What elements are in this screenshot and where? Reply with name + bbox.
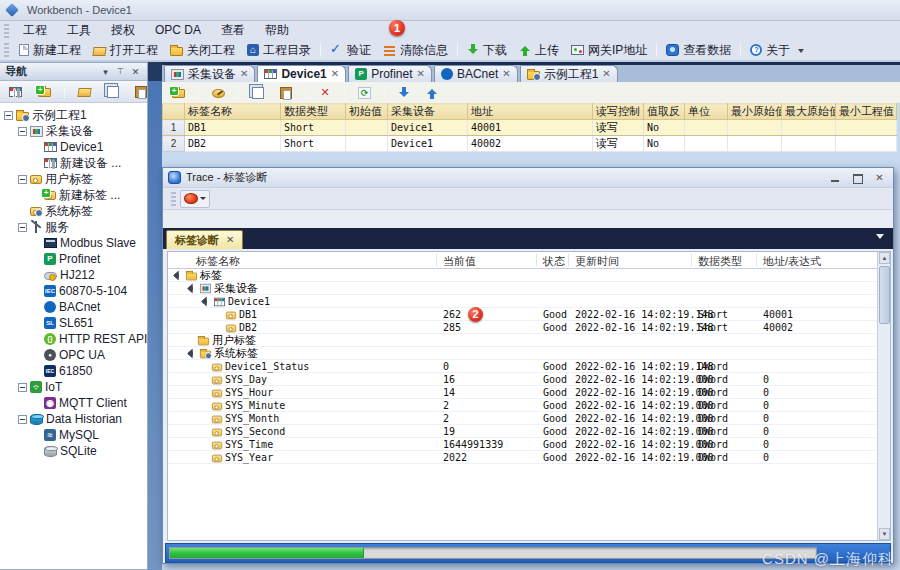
nav-item-device-group[interactable]: 采集设备	[0, 123, 147, 139]
column-header-col[interactable]: 标签名称	[185, 104, 281, 120]
nav-item-mqtt-client[interactable]: ◉MQTT Client	[0, 395, 147, 411]
nav-item-61850[interactable]: IEC61850	[0, 363, 147, 379]
trace-row-sys-hour[interactable]: SYS_Hour14Good2022-02-16 14:02:19.000DWo…	[168, 386, 890, 399]
new-device-button[interactable]	[3, 86, 28, 98]
add-tag-button[interactable]	[166, 86, 191, 99]
menu-item-opc-da[interactable]: OPC DA	[145, 21, 211, 39]
open-project-button[interactable]	[72, 85, 97, 98]
tree-expander[interactable]	[187, 348, 197, 358]
delete-button[interactable]: ✕	[313, 86, 337, 100]
view-data-button[interactable]: 查看数据	[660, 41, 737, 60]
tab-device1[interactable]: Device1✕	[257, 65, 346, 82]
panel-splitter[interactable]	[148, 62, 162, 570]
open-project-button[interactable]: 打开工程	[87, 41, 164, 60]
tab-close-icon[interactable]: ✕	[240, 69, 248, 79]
vertical-scrollbar[interactable]: ▲ ▼	[877, 252, 890, 540]
nav-item-services[interactable]: 服务	[0, 219, 147, 235]
close-project-button[interactable]: 关闭工程	[164, 41, 241, 60]
menu-item-m[interactable]: 工具	[57, 21, 101, 39]
diagnosis-column-header-col[interactable]: 标签名称	[196, 254, 240, 269]
nav-item-1[interactable]: 示例工程1	[0, 107, 147, 123]
copy-button[interactable]	[101, 85, 125, 99]
tab-close-icon[interactable]: ✕	[226, 235, 234, 245]
toolbar-overflow-icon[interactable]	[798, 49, 804, 56]
tab-close-icon[interactable]: ✕	[602, 69, 610, 79]
minimize-icon[interactable]	[827, 171, 844, 185]
nav-item-mysql[interactable]: ≈MySQL	[0, 427, 147, 443]
trace-row-device1[interactable]: Device1	[168, 295, 890, 308]
close-icon[interactable]: ✕	[871, 171, 888, 185]
refresh-button[interactable]: ⟳	[352, 86, 377, 100]
scroll-up-icon[interactable]: ▲	[879, 252, 890, 264]
trace-title-bar[interactable]: Trace - 标签诊断 ✕	[163, 168, 893, 188]
tree-expander[interactable]	[173, 270, 183, 280]
trace-row-device1-status[interactable]: Device1_Status0Good2022-02-16 14:02:19.1…	[168, 360, 890, 373]
trace-row-sys-day[interactable]: SYS_Day16Good2022-02-16 14:02:19.000DWor…	[168, 373, 890, 386]
trace-row-node1[interactable]: 采集设备	[168, 282, 890, 295]
about-button[interactable]: ?关于	[744, 41, 796, 60]
diagnosis-column-header-col[interactable]: 当前值	[443, 254, 476, 269]
tab-close-icon[interactable]: ✕	[331, 69, 339, 79]
new-project-button[interactable]: 新建工程	[13, 41, 87, 60]
diagnosis-column-header-col[interactable]: 数据类型	[698, 254, 742, 269]
trace-row-node6[interactable]: 系统标签	[168, 347, 890, 360]
nav-item-device1[interactable]: Device1	[0, 139, 147, 155]
tab-device-group[interactable]: 采集设备✕	[164, 65, 255, 82]
tab-1[interactable]: 示例工程1✕	[520, 65, 618, 82]
tab-list-dropdown-icon[interactable]	[876, 234, 884, 243]
close-icon[interactable]: ✕	[129, 66, 142, 78]
trace-row-sys-second[interactable]: SYS_Second19Good2022-02-16 14:02:19.000D…	[168, 425, 890, 438]
nav-item-http-rest-api[interactable]: {}HTTP REST API	[0, 331, 147, 347]
menu-item-m[interactable]: 工程	[13, 21, 57, 39]
nav-item-60870-5-104[interactable]: IEC60870-5-104	[0, 283, 147, 299]
nav-item-profinet[interactable]: PProfinet	[0, 251, 147, 267]
trace-row-db2[interactable]: DB2285Good2022-02-16 14:02:19.148Short40…	[168, 321, 890, 334]
validate-button[interactable]: 验证	[324, 41, 377, 60]
nav-item-bacnet[interactable]: BACnet	[0, 299, 147, 315]
menu-item-m[interactable]: 查看	[211, 21, 255, 39]
nav-item-hj212[interactable]: HJ212	[0, 267, 147, 283]
nav-item-sqlite[interactable]: SQLite	[0, 443, 147, 459]
nav-item-device-new[interactable]: 新建设备 ...	[0, 155, 147, 171]
gateway-ip-button[interactable]: 网关IP地址	[565, 41, 653, 60]
column-header-col[interactable]: 值取反	[644, 104, 685, 120]
import-button[interactable]	[392, 86, 416, 100]
table-row-db1[interactable]: 1DB1ShortDevice140001读写No	[163, 120, 897, 136]
trace-row-node0[interactable]: 标签	[168, 269, 890, 282]
tree-expander[interactable]	[18, 223, 27, 232]
upload-button[interactable]: 上传	[513, 41, 565, 60]
tab-profinet[interactable]: PProfinet✕	[348, 65, 432, 82]
record-button[interactable]	[180, 190, 210, 208]
nav-item-iot[interactable]: ⁘IoT	[0, 379, 147, 395]
edit-tag-button[interactable]	[206, 87, 231, 99]
tab-bacnet[interactable]: BACnet✕	[434, 65, 518, 82]
nav-item-system-tags[interactable]: 系统标签	[0, 203, 147, 219]
nav-item-opc-ua[interactable]: ●OPC UA	[0, 347, 147, 363]
diagnosis-column-header-col[interactable]: 地址/表达式	[763, 254, 821, 269]
trace-row-node5[interactable]: 用户标签	[168, 334, 890, 347]
new-tag-group-button[interactable]	[32, 85, 57, 98]
tab-close-icon[interactable]: ✕	[417, 69, 425, 79]
diagnosis-column-header-col[interactable]: 更新时间	[575, 254, 619, 269]
column-header-col[interactable]: 读写控制	[593, 104, 644, 120]
menu-item-m[interactable]: 授权	[101, 21, 145, 39]
tree-expander[interactable]	[4, 111, 13, 120]
tree-expander[interactable]	[18, 127, 27, 136]
nav-item-tag-new[interactable]: 新建标签 ...	[0, 187, 147, 203]
column-header-col[interactable]: 数据类型	[281, 104, 346, 120]
trace-row-sys-year[interactable]: SYS_Year2022Good2022-02-16 14:02:19.000D…	[168, 451, 890, 464]
maximize-icon[interactable]	[849, 171, 866, 185]
trace-row-sys-month[interactable]: SYS_Month2Good2022-02-16 14:02:19.000DWo…	[168, 412, 890, 425]
nav-item-sl651[interactable]: SLSL651	[0, 315, 147, 331]
nav-dropdown-icon[interactable]: ▾	[99, 66, 112, 78]
column-header-col[interactable]: 最小工程值	[836, 104, 897, 120]
nav-item-modbus-slave[interactable]: Modbus Slave	[0, 235, 147, 251]
table-row-db2[interactable]: 2DB2ShortDevice140002读写No	[163, 136, 897, 152]
trace-row-sys-time[interactable]: SYS_Time1644991339Good2022-02-16 14:02:1…	[168, 438, 890, 451]
column-header-col[interactable]: 初始值	[346, 104, 388, 120]
export-button[interactable]	[420, 86, 444, 100]
column-header-col[interactable]: 单位	[685, 104, 728, 120]
scroll-down-icon[interactable]: ▼	[879, 528, 890, 540]
tab-tag-diagnosis[interactable]: 标签诊断 ✕	[166, 230, 243, 249]
tab-close-icon[interactable]: ✕	[502, 69, 510, 79]
